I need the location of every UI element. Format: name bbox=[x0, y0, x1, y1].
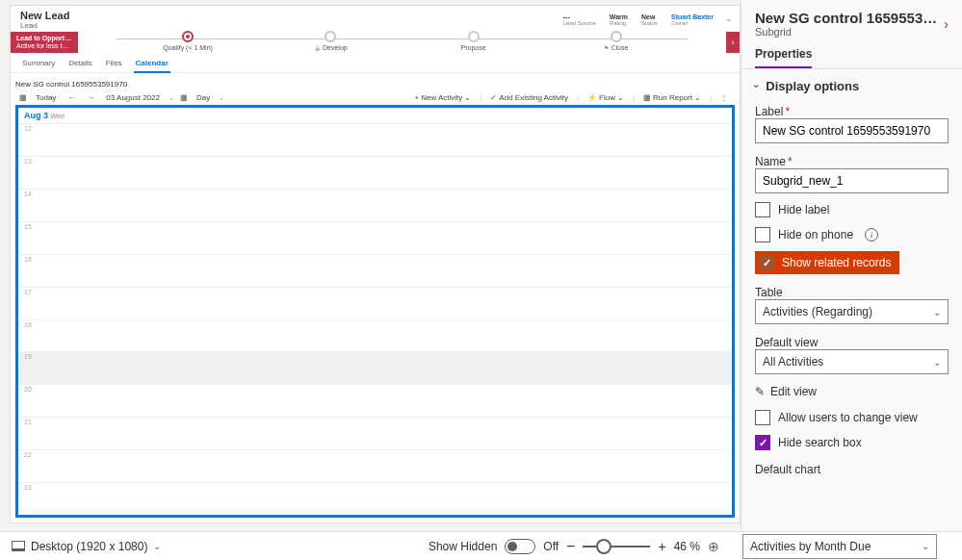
zoom-out-button[interactable]: − bbox=[566, 538, 575, 555]
hour-label: 17 bbox=[18, 288, 38, 319]
process-badge[interactable]: Lead to Opportunity Sal... Active for le… bbox=[11, 32, 78, 53]
today-button[interactable]: Today bbox=[33, 92, 59, 103]
zoom-slider[interactable] bbox=[583, 546, 650, 547]
prop-panel-subtitle: Subgrid bbox=[755, 26, 938, 38]
chevron-down-icon: ⌄ bbox=[933, 307, 941, 318]
calendar-hour-row[interactable]: 22 bbox=[18, 449, 732, 482]
calendar-day-header: Aug 3 Wed bbox=[18, 108, 732, 123]
tab-files[interactable]: Files bbox=[104, 56, 124, 72]
calendar-hour-row[interactable]: 13 bbox=[18, 156, 732, 189]
show-related-records-checkbox[interactable]: ✓ Show related records bbox=[755, 251, 899, 274]
calendar-hour-row[interactable]: 21 bbox=[18, 417, 732, 449]
process-next-arrow[interactable]: › bbox=[726, 32, 740, 53]
calendar-hour-row[interactable]: 19 bbox=[18, 351, 732, 384]
form-tabs: Summary Details Files Calendar bbox=[11, 53, 740, 73]
stage-qualify[interactable]: Qualify (< 1 Min) bbox=[117, 34, 259, 51]
label-field-label: Label* bbox=[755, 105, 949, 118]
zoom-in-button[interactable]: + bbox=[658, 539, 665, 554]
properties-tab[interactable]: Properties bbox=[755, 41, 812, 68]
tab-calendar[interactable]: Calendar bbox=[134, 56, 170, 73]
view-selector[interactable]: Day bbox=[194, 92, 213, 103]
hour-label: 12 bbox=[18, 124, 38, 156]
hour-label: 13 bbox=[18, 157, 38, 189]
calendar-hour-row[interactable]: 14 bbox=[18, 189, 732, 221]
chevron-down-icon: ⌄ bbox=[219, 94, 224, 102]
status-value: New bbox=[641, 13, 655, 20]
new-activity-button[interactable]: + New Activity ⌄ bbox=[411, 92, 474, 103]
hide-on-phone-checkbox[interactable]: Hide on phone i bbox=[755, 226, 949, 243]
status-label: Status bbox=[641, 20, 658, 26]
hour-label: 22 bbox=[18, 450, 38, 482]
form-subtitle: Lead bbox=[20, 21, 563, 30]
stage-icon bbox=[611, 31, 622, 42]
hide-label-checkbox[interactable]: Hide label bbox=[755, 201, 949, 218]
allow-change-view-checkbox[interactable]: Allow users to change view bbox=[755, 409, 949, 426]
stage-close[interactable]: Close bbox=[545, 34, 688, 51]
stage-develop[interactable]: Develop bbox=[259, 34, 402, 51]
hour-label: 15 bbox=[18, 222, 38, 254]
header-fields: ---Lead Source WarmRating NewStatus Stua… bbox=[563, 13, 730, 26]
show-hidden-toggle[interactable] bbox=[505, 539, 535, 554]
add-existing-button[interactable]: ✓ Add Existing Activity bbox=[487, 92, 571, 103]
display-options-section[interactable]: › Display options bbox=[755, 79, 949, 93]
calendar-hour-row[interactable]: 15 bbox=[18, 221, 732, 254]
show-hidden-label: Show Hidden bbox=[429, 540, 497, 553]
owner-value[interactable]: Stuart Baxter bbox=[671, 13, 714, 20]
monitor-icon bbox=[12, 541, 25, 551]
default-chart-label: Default chart bbox=[755, 463, 949, 476]
hour-label: 16 bbox=[18, 255, 38, 287]
hide-search-box-checkbox[interactable]: ✓ Hide search box bbox=[755, 434, 949, 451]
default-view-dropdown[interactable]: All Activities ⌄ bbox=[755, 349, 949, 374]
next-button[interactable]: → bbox=[84, 92, 97, 103]
stage-active-icon bbox=[182, 31, 194, 42]
date-picker[interactable]: 03 August 2022 bbox=[103, 92, 163, 103]
view-icon: ▦ bbox=[180, 93, 188, 102]
owner-label: Owner bbox=[671, 20, 689, 26]
table-dropdown[interactable]: Activities (Regarding) ⌄ bbox=[755, 299, 949, 324]
fit-to-screen-icon[interactable]: ⊕ bbox=[708, 539, 719, 554]
header-expand-chevron-icon[interactable]: › bbox=[724, 18, 734, 21]
default-chart-dropdown[interactable]: Activities by Month Due ⌄ bbox=[742, 534, 937, 559]
flow-button[interactable]: ⚡ Flow ⌄ bbox=[585, 92, 627, 103]
calendar-hour-row[interactable]: 18 bbox=[18, 319, 732, 352]
calendar-hour-row[interactable]: 20 bbox=[18, 384, 732, 417]
chevron-right-icon[interactable]: › bbox=[944, 16, 949, 32]
tab-details[interactable]: Details bbox=[66, 56, 93, 72]
checkbox-icon bbox=[755, 227, 770, 242]
tab-summary[interactable]: Summary bbox=[20, 56, 57, 72]
lead-source-value: --- bbox=[563, 13, 570, 20]
resolution-selector[interactable]: Desktop (1920 x 1080) bbox=[31, 540, 147, 553]
calendar-hour-row[interactable]: 16 bbox=[18, 254, 732, 287]
calendar-icon: ▦ bbox=[19, 93, 27, 102]
calendar-hour-row[interactable]: 17 bbox=[18, 287, 732, 319]
stage-icon bbox=[468, 31, 480, 42]
lock-icon bbox=[314, 44, 321, 51]
more-button[interactable]: ⋮ bbox=[717, 92, 731, 103]
hour-label: 19 bbox=[18, 352, 38, 384]
pencil-icon: ✎ bbox=[755, 385, 765, 398]
calendar-grid[interactable]: 121314151617181920212223 bbox=[18, 123, 732, 515]
edit-view-link[interactable]: ✎ Edit view bbox=[755, 382, 949, 401]
calendar-hour-row[interactable]: 23 bbox=[18, 482, 732, 515]
hour-label: 23 bbox=[18, 483, 38, 515]
checkbox-icon bbox=[755, 202, 770, 217]
label-input[interactable] bbox=[755, 118, 949, 143]
prev-button[interactable]: ← bbox=[65, 92, 78, 103]
name-field-label: Name* bbox=[755, 155, 949, 168]
default-view-label: Default view bbox=[755, 336, 949, 349]
hour-label: 21 bbox=[18, 418, 38, 449]
stage-propose[interactable]: Propose bbox=[403, 34, 545, 51]
zoom-value: 46 % bbox=[674, 540, 700, 553]
chevron-down-icon: ⌄ bbox=[933, 357, 941, 368]
chevron-down-icon: › bbox=[751, 85, 762, 88]
run-report-button[interactable]: ▦ Run Report ⌄ bbox=[640, 92, 704, 103]
name-input[interactable] bbox=[755, 168, 949, 193]
calendar-control[interactable]: Aug 3 Wed 121314151617181920212223 bbox=[15, 105, 735, 518]
info-icon[interactable]: i bbox=[865, 228, 878, 242]
process-duration: Active for less than one mi... bbox=[16, 42, 72, 50]
checkbox-checked-icon: ✓ bbox=[759, 255, 774, 270]
hour-label: 20 bbox=[18, 385, 38, 417]
calendar-hour-row[interactable]: 12 bbox=[18, 123, 732, 156]
rating-value: Warm bbox=[610, 13, 628, 20]
lead-source-label: Lead Source bbox=[563, 20, 596, 26]
